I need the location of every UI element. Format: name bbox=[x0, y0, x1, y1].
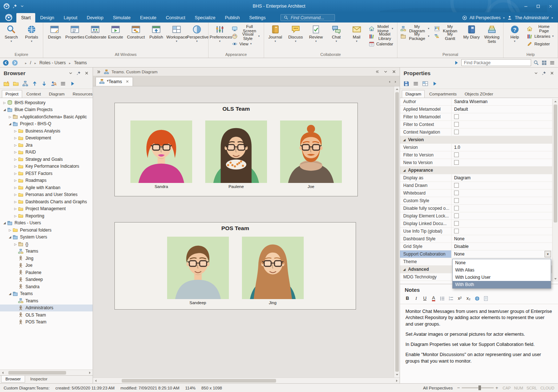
property-checkbox[interactable] bbox=[454, 213, 459, 218]
ribbon-small-button[interactable]: Register ▾ bbox=[526, 40, 556, 47]
property-value[interactable]: Diagram bbox=[452, 174, 552, 181]
breadcrumb-item[interactable]: / bbox=[23, 60, 32, 65]
window-minimize-button[interactable] bbox=[519, 1, 532, 11]
close-tab-icon[interactable] bbox=[125, 79, 129, 83]
property-row[interactable]: Support Collaboration None ▼ bbox=[400, 250, 552, 258]
tree-item[interactable]: ◢ Roles - Users bbox=[0, 220, 93, 227]
pin-window-icon[interactable] bbox=[12, 4, 17, 9]
ribbon-small-button[interactable]: My Package ▾ bbox=[399, 33, 431, 40]
property-row[interactable]: Grid Style Disable ▼ bbox=[400, 243, 552, 250]
zoom-slider-thumb[interactable] bbox=[478, 385, 481, 390]
notes-format-button[interactable] bbox=[473, 295, 481, 302]
property-row[interactable]: Version ▼ bbox=[400, 136, 552, 144]
tree-item[interactable]: ▷ {} bbox=[0, 241, 93, 248]
chevron-down-icon[interactable] bbox=[534, 71, 538, 75]
browser-tab[interactable]: Context bbox=[23, 90, 45, 98]
properties-toolbar-button[interactable] bbox=[432, 81, 438, 87]
scroll-right-icon[interactable] bbox=[88, 371, 92, 375]
breadcrumb-item[interactable]: Teams bbox=[66, 60, 88, 65]
properties-tab[interactable]: Objects ZOrder bbox=[461, 90, 497, 98]
back-button[interactable] bbox=[3, 60, 9, 66]
tree-item[interactable]: Sandeep bbox=[0, 276, 93, 283]
zoom-in-icon[interactable]: + bbox=[496, 385, 498, 391]
ribbon-button[interactable]: Perspective ▾ bbox=[187, 24, 207, 43]
tree-item[interactable]: ▷ Strategy and Goals bbox=[0, 156, 93, 163]
scrollbar-thumb[interactable] bbox=[395, 92, 399, 372]
user-caret-icon[interactable]: ▾ bbox=[551, 16, 553, 20]
tree-item[interactable]: ◢ System Users bbox=[0, 234, 93, 241]
tree-expand-arrow[interactable]: ▷ bbox=[13, 193, 18, 196]
canvas-horizontal-scrollbar[interactable] bbox=[93, 377, 400, 383]
property-value[interactable]: None bbox=[452, 250, 545, 258]
notes-format-button[interactable]: U bbox=[421, 295, 429, 302]
property-checkbox[interactable] bbox=[454, 198, 459, 203]
perspectives-caret-icon[interactable]: ▾ bbox=[503, 16, 505, 20]
ribbon-tab[interactable]: Construct bbox=[161, 13, 190, 23]
tree-item[interactable]: OLS Team bbox=[0, 311, 93, 319]
property-value[interactable]: Disable bbox=[452, 243, 552, 250]
tree-item[interactable]: ▷ Agile with Kanban bbox=[0, 184, 93, 191]
ribbon-tab[interactable]: Settings bbox=[244, 13, 270, 23]
ribbon-tab[interactable]: Simulate bbox=[108, 13, 136, 23]
notes-format-button[interactable]: B bbox=[404, 295, 411, 302]
ribbon-small-button[interactable]: Libraries ▾ bbox=[526, 33, 556, 40]
ribbon-button[interactable]: Execute ▾ bbox=[105, 24, 126, 40]
notes-format-button[interactable]: 12 bbox=[447, 295, 455, 302]
breadcrumb-item[interactable]: Roles - Users bbox=[32, 60, 66, 65]
ribbon-small-button[interactable]: My Gantt ▾ bbox=[433, 33, 461, 40]
browser-toolbar-button[interactable] bbox=[50, 81, 57, 87]
tree-item[interactable]: Jing bbox=[0, 255, 93, 262]
property-checkbox[interactable] bbox=[454, 191, 459, 195]
browser-toolbar-button[interactable] bbox=[22, 81, 28, 87]
team-boundary-box[interactable]: POS Team Sandeep Ji bbox=[114, 222, 356, 310]
ribbon-button[interactable]: Search ▾ bbox=[1, 24, 21, 43]
property-row[interactable]: Filter to Metamodel ▼ bbox=[400, 113, 552, 121]
ribbon-small-button[interactable]: View ▾ bbox=[231, 40, 262, 47]
ribbon-button[interactable]: Preferences ▾ bbox=[210, 24, 230, 43]
scroll-left-icon[interactable] bbox=[1, 371, 5, 375]
scroll-right-icon[interactable] bbox=[395, 379, 399, 383]
tree-item[interactable]: ◢ Teams bbox=[0, 290, 93, 298]
ribbon-small-button[interactable]: Model Home ▾ bbox=[368, 25, 396, 32]
tree-item[interactable]: ▷ Roadmaps bbox=[0, 177, 93, 184]
ribbon-button[interactable]: Workspace ▾ bbox=[166, 24, 187, 43]
property-value[interactable]: None bbox=[452, 235, 552, 242]
property-row[interactable]: Whiteboard ▼ bbox=[400, 189, 552, 197]
notes-format-button[interactable] bbox=[482, 295, 490, 302]
scroll-down-icon[interactable] bbox=[395, 372, 399, 377]
notes-format-button[interactable] bbox=[438, 295, 446, 302]
ribbon-button[interactable]: Working Sets ▾ bbox=[482, 24, 502, 44]
tree-expand-arrow[interactable]: ▷ bbox=[13, 143, 18, 147]
panel-bottom-tab[interactable]: Inspector bbox=[26, 376, 52, 383]
panel-bottom-tab[interactable]: Browser bbox=[1, 376, 25, 383]
property-value[interactable]: 1.0 bbox=[452, 144, 552, 151]
menu-icon[interactable] bbox=[549, 60, 555, 66]
property-row[interactable]: Appearance ▼ bbox=[400, 167, 552, 174]
browser-horizontal-scrollbar[interactable] bbox=[0, 369, 93, 375]
tree-expand-arrow[interactable]: ◢ bbox=[8, 122, 12, 126]
property-checkbox[interactable] bbox=[454, 221, 459, 226]
property-row[interactable]: Filter to Version ▼ bbox=[400, 151, 552, 159]
property-row[interactable]: Display Element Lock... ▼ bbox=[400, 212, 552, 220]
tree-expand-arrow[interactable]: ▷ bbox=[13, 200, 18, 204]
tree-item[interactable]: Teams bbox=[0, 297, 93, 305]
actor-element[interactable]: Sandra bbox=[130, 121, 192, 189]
actor-element[interactable]: Jing bbox=[242, 237, 304, 305]
tree-item[interactable]: Administrators bbox=[0, 305, 93, 312]
actor-element[interactable]: Joe bbox=[280, 121, 342, 189]
browser-toolbar-button[interactable] bbox=[60, 81, 66, 87]
tree-item[interactable]: ▷ Development bbox=[0, 135, 93, 142]
ribbon-tab[interactable]: Execute bbox=[135, 13, 161, 23]
notes-format-button[interactable]: A bbox=[430, 295, 437, 302]
ribbon-tab[interactable]: Specialize bbox=[190, 13, 220, 23]
ribbon-button[interactable]: Design ▾ bbox=[44, 24, 65, 40]
tree-item[interactable]: ▷ Business Analysis bbox=[0, 127, 93, 135]
property-checkbox[interactable] bbox=[454, 206, 459, 211]
ribbon-button[interactable]: Discuss ▾ bbox=[286, 24, 306, 43]
canvas-vertical-scrollbar[interactable] bbox=[394, 86, 400, 377]
zoom-out-icon[interactable]: − bbox=[457, 385, 460, 391]
ribbon-tab[interactable]: Start bbox=[16, 13, 35, 23]
property-checkbox[interactable] bbox=[454, 160, 459, 165]
properties-vertical-scrollbar[interactable] bbox=[552, 99, 558, 282]
browser-toolbar-button[interactable] bbox=[13, 81, 19, 87]
